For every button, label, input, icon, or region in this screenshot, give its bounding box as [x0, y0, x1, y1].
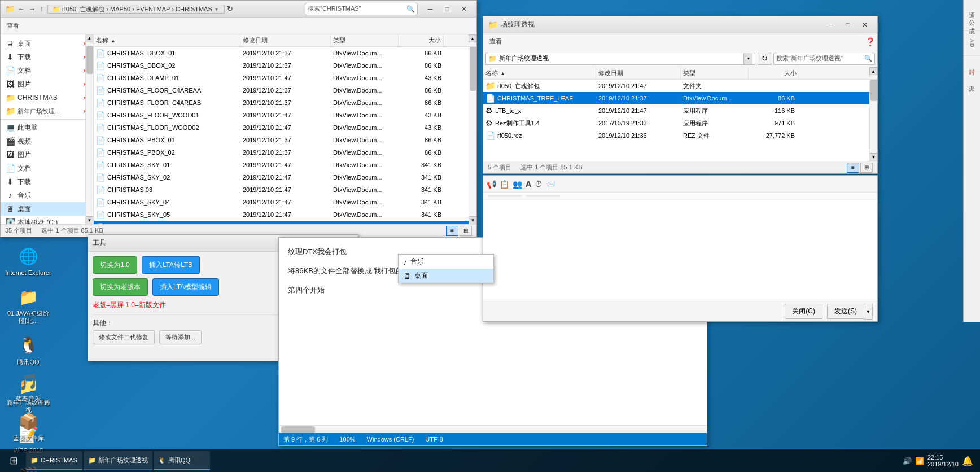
chat-close-btn[interactable]: 关闭(C) — [785, 304, 823, 319]
explorer2-close-btn[interactable]: ✕ — [857, 19, 873, 31]
explorer1-view-btn[interactable]: 查看 — [3, 19, 23, 33]
convert-1-btn[interactable]: 切换为1.0 — [93, 256, 137, 274]
desktop-icon-lanzhou[interactable]: 📦 蓝奏文件库 — [3, 408, 54, 444]
chat-icon4[interactable]: A — [526, 180, 531, 189]
explorer2-scroll-up[interactable]: ▲ — [869, 67, 877, 75]
explorer2-view-btn[interactable]: 查看 — [485, 35, 506, 49]
file-row[interactable]: 📄 CHRISTMAS_SKY_01 2019/12/10 21:47 DtxV… — [94, 159, 476, 171]
insert-lta-btn[interactable]: 插入LTA转LTB — [142, 256, 200, 274]
tray-network[interactable]: 📶 — [915, 457, 924, 465]
sidebar-item-localc[interactable]: 💽 本地磁盘 (C:) — [1, 216, 93, 224]
rp-icon1[interactable]: 通 — [968, 5, 976, 9]
file-row[interactable]: 📄 CHRISTMAS_FLOOR_WOOD02 2019/12/10 21:4… — [94, 121, 476, 134]
desktop-icon-java[interactable]: 📁 01.JAVA初级阶段[北... — [3, 283, 54, 327]
convert-old-btn[interactable]: 切换为老版本 — [93, 278, 148, 296]
header-date[interactable]: 修改日期 — [240, 34, 331, 46]
file-row2[interactable]: ⚙ Rez制作工具1.4 2017/10/19 21:33 应用程序 971 K… — [483, 117, 877, 129]
rp-icon3[interactable]: 成 — [968, 20, 976, 25]
file-row[interactable]: 📄 CHRISTMAS_DBOX_01 2019/12/10 21:37 Dtx… — [94, 47, 476, 59]
back-btn[interactable]: ← — [18, 5, 25, 13]
file-row2[interactable]: 📄 rf050.rez 2019/12/10 21:36 REZ 文件 27,7… — [483, 129, 877, 142]
help-icon[interactable]: ❓ — [865, 37, 875, 46]
header2-size[interactable]: 大小 — [749, 67, 799, 79]
explorer2-refresh-btn[interactable]: ↻ — [758, 53, 771, 65]
chat-content-area[interactable] — [483, 200, 877, 301]
sidebar-item-pics[interactable]: 🖼 图片 📌 — [1, 77, 93, 91]
chat-icon1[interactable]: 📢 — [487, 180, 496, 189]
file-row[interactable]: 📄 CHRISTMAS_FLOOR_WOOD01 2019/12/10 21:4… — [94, 109, 476, 121]
sidebar-item-docs[interactable]: 📄 文档 📌 — [1, 64, 93, 77]
dropdown-music-item[interactable]: ♪ 音乐 — [399, 255, 493, 269]
file-row[interactable]: 📄 CHRISTMAS_FLOOR_C4AREAA 2019/12/10 21:… — [94, 84, 476, 97]
rp-icon2[interactable]: 公 — [968, 12, 976, 17]
file-row[interactable]: 📄 CHRISTMAS_PBOX_01 2019/12/10 21:37 Dtx… — [94, 134, 476, 146]
modify-btn[interactable]: 修改文件二代修复 — [93, 330, 155, 344]
chat-icon5[interactable]: ⏱ — [535, 180, 542, 189]
taskbar-item-explorer[interactable]: 📁 CHRISTMAS — [26, 451, 82, 470]
sidebar-item-desktop2[interactable]: 🖥 桌面 — [1, 202, 93, 216]
sidebar-item-video[interactable]: 🎬 视频 — [1, 134, 93, 148]
rp-icon4[interactable]: A D — [969, 37, 975, 50]
explorer2-scrollbar[interactable]: ▲ ▼ — [869, 67, 877, 161]
file-row-selected[interactable]: 📄 CHRISTMAS_TREE_LEAF 2019/12/10 21:47 D… — [94, 221, 476, 224]
insert-model-btn[interactable]: 插入LTA模型编辑 — [152, 278, 219, 296]
header-type[interactable]: 类型 — [331, 34, 399, 46]
taskbar-item-explorer2[interactable]: 📁 新年广场纹理透视 — [84, 451, 152, 470]
path-dropdown-btn[interactable]: ▾ — [743, 53, 753, 64]
sidebar-item-xinnian[interactable]: 📁 新年广场纹理... 📌 — [1, 104, 93, 118]
file-row[interactable]: 📄 CHRISTMAS_SKY_05 2019/12/10 21:47 DtxV… — [94, 208, 476, 221]
sidebar-item-pics2[interactable]: 🖼 图片 — [1, 148, 93, 161]
chat-send-btn[interactable]: 发送(S) — [827, 304, 864, 319]
explorer2-maximize-btn[interactable]: □ — [840, 19, 856, 31]
header2-type[interactable]: 类型 — [681, 67, 749, 79]
notification-area[interactable]: 🔔 — [962, 456, 973, 466]
chat-icon3[interactable]: 👥 — [513, 180, 522, 189]
explorer2-search-input[interactable] — [776, 55, 864, 62]
file-row[interactable]: 📄 CHRISTMAS_DBOX_02 2019/12/10 21:37 Dtx… — [94, 59, 476, 72]
header2-date[interactable]: 修改日期 — [596, 67, 681, 79]
editor-hscroll[interactable] — [279, 425, 707, 433]
explorer1-minimize-btn[interactable]: ─ — [422, 3, 438, 15]
explorer1-search-input[interactable] — [308, 6, 406, 12]
sidebar-scroll-up[interactable]: ▲ — [86, 34, 93, 42]
sidebar-scroll-down[interactable]: ▼ — [86, 216, 93, 224]
forward-btn[interactable]: → — [29, 5, 36, 13]
header-size[interactable]: 大小 — [399, 34, 444, 46]
rp-icon6[interactable]: 派 — [968, 78, 976, 82]
wait-btn[interactable]: 等待添加... — [159, 330, 202, 344]
desktop-icon-ie[interactable]: 🌐 Internet Explorer — [3, 243, 54, 279]
explorer2-detail-view-btn[interactable]: ⊞ — [860, 163, 873, 173]
sidebar-item-christmas[interactable]: 📁 CHRISTMAS 📌 — [1, 91, 93, 104]
chat-icon2[interactable]: 📋 — [500, 180, 509, 189]
detail-view-btn[interactable]: ⊞ — [460, 226, 472, 236]
file-row[interactable]: 📄 CHRISTMAS_DLAMP_01 2019/12/10 21:47 Dt… — [94, 72, 476, 84]
file-row2-selected[interactable]: 📄 CHRISTMAS_TREE_LEAF 2019/12/10 21:37 D… — [483, 92, 877, 104]
sidebar-item-music[interactable]: ♪ 音乐 — [1, 189, 93, 202]
search-icon[interactable]: 🔍 — [406, 5, 415, 13]
taskbar-item-qq[interactable]: 🐧 腾讯QQ — [154, 451, 210, 470]
file-row2[interactable]: 📁 rf050_亡魂解包 2019/12/10 21:47 文件夹 — [483, 80, 877, 92]
file-row[interactable]: 📄 CHRISTMAS_SKY_04 2019/12/10 21:47 DtxV… — [94, 196, 476, 208]
explorer2-minimize-btn[interactable]: ─ — [823, 19, 839, 31]
file-row[interactable]: 📄 CHRISTMAS 03 2019/12/10 21:47 DtxView.… — [94, 183, 476, 196]
file-row[interactable]: 📄 CHRISTMAS_FLOOR_C4AREAB 2019/12/10 21:… — [94, 97, 476, 109]
dropdown-desktop-item[interactable]: 🖥 桌面 — [399, 269, 493, 283]
file-row2[interactable]: ⚙ LTB_to_x 2019/12/10 21:47 应用程序 116 KB — [483, 104, 877, 117]
up-btn[interactable]: ↑ — [40, 5, 43, 13]
filelist-scrollbar[interactable]: ▲ ▼ — [469, 34, 476, 224]
list-view-btn[interactable]: ≡ — [446, 226, 458, 236]
path-dropdown-icon[interactable]: ▾ — [215, 6, 218, 12]
header2-name[interactable]: 名称 ▲ — [483, 67, 596, 79]
chat-icon6[interactable]: 📨 — [546, 180, 555, 189]
header-name[interactable]: 名称 ▲ — [94, 34, 240, 46]
file-row[interactable]: 📄 CHRISTMAS_PBOX_02 2019/12/10 21:37 Dtx… — [94, 146, 476, 159]
send-dropdown-btn[interactable]: ▼ — [864, 304, 873, 320]
rp-icon5[interactable]: 时 — [968, 62, 976, 66]
file-row[interactable]: 📄 CHRISTMAS_SKY_02 2019/12/10 21:47 DtxV… — [94, 171, 476, 183]
tray-icons[interactable]: 🔊 — [903, 457, 912, 465]
desktop-icon-qq[interactable]: 🐧 腾讯QQ — [3, 332, 54, 368]
sidebar-item-download2[interactable]: ⬇ 下载 — [1, 175, 93, 189]
explorer2-scroll-down-btn[interactable]: ▼ — [870, 153, 877, 161]
filelist-scroll-down[interactable]: ▼ — [469, 216, 476, 224]
explorer1-close-btn[interactable]: ✕ — [456, 3, 472, 15]
